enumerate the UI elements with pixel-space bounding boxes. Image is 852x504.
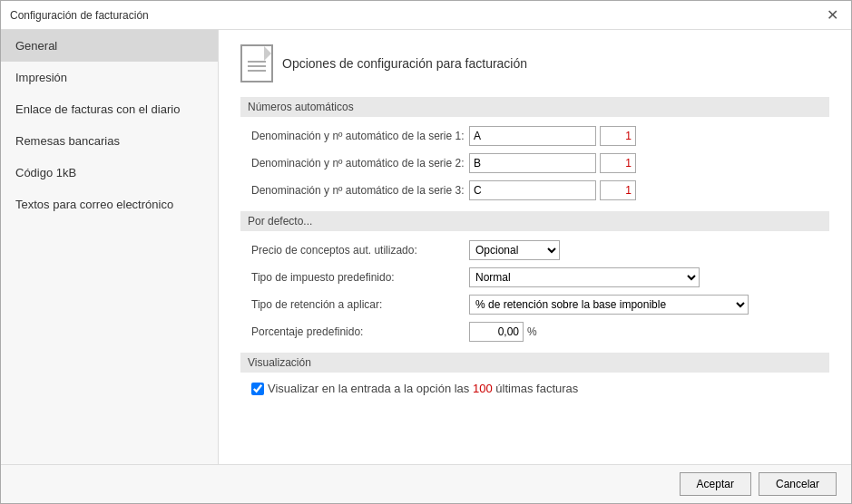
doc-icon-line-1: [248, 61, 266, 63]
close-button[interactable]: ✕: [822, 5, 842, 25]
sidebar-item-general[interactable]: General: [1, 30, 218, 62]
dialog-footer: Aceptar Cancelar: [1, 464, 851, 503]
dialog-body: General Impresión Enlace de facturas con…: [1, 30, 851, 464]
document-icon: [240, 44, 273, 82]
doc-icon-line-3: [248, 70, 266, 72]
serie-2-row: Denominación y nº automático de la serie…: [240, 153, 829, 173]
sidebar-item-remesas-bancarias[interactable]: Remesas bancarias: [1, 125, 218, 157]
serie-1-text-input[interactable]: [469, 126, 596, 146]
sidebar-item-enlace-facturas[interactable]: Enlace de facturas con el diario: [1, 93, 218, 125]
porcentaje-row: Porcentaje predefinido: %: [240, 322, 829, 342]
porcentaje-symbol: %: [527, 325, 537, 338]
tipo-retencion-select[interactable]: % de retención sobre la base imponible I…: [469, 295, 749, 315]
content-title: Opciones de configuración para facturaci…: [282, 56, 527, 71]
section-header-numeros-automaticos: Números automáticos: [240, 97, 829, 117]
content-header: Opciones de configuración para facturaci…: [240, 44, 829, 82]
checkbox-ultimas-facturas[interactable]: [251, 383, 264, 395]
serie-2-number-input[interactable]: [600, 153, 636, 173]
title-bar: Configuración de facturación ✕: [1, 1, 851, 30]
checkbox-label-highlight: 100: [473, 382, 493, 395]
checkbox-ultimas-facturas-label: Visualizar en la entrada a la opción las…: [268, 382, 578, 395]
cancel-button[interactable]: Cancelar: [759, 472, 837, 496]
tipo-impuesto-select[interactable]: Normal Reducido Superreducido Exento: [469, 267, 700, 287]
doc-icon-line-2: [248, 65, 266, 67]
precio-conceptos-select[interactable]: Opcional Precio 1 Precio 2: [469, 240, 560, 260]
porcentaje-input[interactable]: [469, 322, 524, 342]
dialog-configuracion-facturacion: Configuración de facturación ✕ General I…: [0, 0, 852, 504]
sidebar: General Impresión Enlace de facturas con…: [1, 30, 219, 464]
checkbox-label-part1: Visualizar en la entrada a la opción las: [268, 382, 473, 395]
serie-3-row: Denominación y nº automático de la serie…: [240, 180, 829, 200]
tipo-retencion-row: Tipo de retención a aplicar: % de retenc…: [240, 295, 829, 315]
tipo-retencion-label: Tipo de retención a aplicar:: [251, 298, 469, 311]
accept-button[interactable]: Aceptar: [680, 472, 751, 496]
serie-3-number-input[interactable]: [600, 180, 636, 200]
checkbox-ultimas-facturas-row: Visualizar en la entrada a la opción las…: [240, 382, 829, 395]
serie-1-row: Denominación y nº automático de la serie…: [240, 126, 829, 146]
sidebar-item-impresion[interactable]: Impresión: [1, 62, 218, 93]
serie-3-text-input[interactable]: [469, 180, 596, 200]
doc-icon-decoration: [248, 61, 266, 72]
sidebar-item-codigo-1kb[interactable]: Código 1kB: [1, 157, 218, 189]
precio-conceptos-row: Precio de conceptos aut. utilizado: Opci…: [240, 240, 829, 260]
serie-3-label: Denominación y nº automático de la serie…: [251, 184, 469, 197]
precio-conceptos-label: Precio de conceptos aut. utilizado:: [251, 244, 469, 257]
checkbox-label-part2: últimas facturas: [493, 382, 579, 395]
porcentaje-label: Porcentaje predefinido:: [251, 325, 469, 338]
content-area: Opciones de configuración para facturaci…: [219, 30, 851, 464]
sidebar-item-textos-correo[interactable]: Textos para correo electrónico: [1, 189, 218, 220]
serie-1-number-input[interactable]: [600, 126, 636, 146]
serie-1-label: Denominación y nº automático de la serie…: [251, 130, 469, 142]
serie-2-text-input[interactable]: [469, 153, 596, 173]
serie-2-label: Denominación y nº automático de la serie…: [251, 157, 469, 170]
section-header-visualizacion: Visualización: [240, 353, 829, 373]
tipo-impuesto-label: Tipo de impuesto predefinido:: [251, 271, 469, 284]
section-header-por-defecto: Por defecto...: [240, 211, 829, 231]
tipo-impuesto-row: Tipo de impuesto predefinido: Normal Red…: [240, 267, 829, 287]
dialog-title: Configuración de facturación: [10, 9, 149, 22]
